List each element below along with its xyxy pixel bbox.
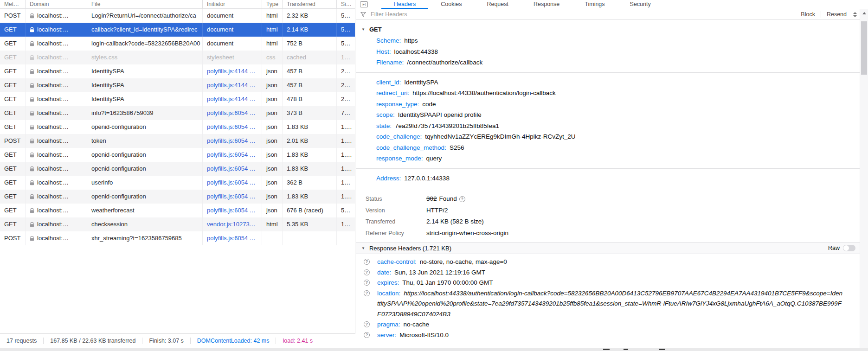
tab-request[interactable]: Request [474,0,521,9]
split-panel-toggle-icon[interactable] [360,1,368,7]
type-cell: html [262,37,283,51]
table-row[interactable]: GET localhost:… login-callback?code=5823… [0,37,355,51]
domain-text: localhost:… [37,9,69,23]
request-method-section-header[interactable]: GET [361,24,860,35]
tab-security[interactable]: Security [617,0,663,9]
method-cell: GET [0,120,26,134]
method-cell: POST [0,134,26,148]
raw-label: Raw [828,245,840,251]
column-header-type[interactable]: Type [262,0,283,8]
column-header-size[interactable]: Si… [337,0,355,8]
table-row[interactable]: POST localhost:… Login?ReturnUrl=/connec… [0,9,355,23]
table-row[interactable]: GET localhost:… weatherforecast polyfill… [0,204,355,217]
header-help-icon[interactable] [364,259,370,265]
tab-headers[interactable]: Headers [381,0,428,9]
table-row[interactable]: GET localhost:… checksession vendor.js:1… [0,217,355,231]
initiator-cell[interactable]: stylesheet [203,51,262,64]
table-row[interactable]: GET localhost:… openid-configuration pol… [0,148,355,162]
header-name: response_type [376,101,419,108]
size-cell: 7… [337,106,355,120]
table-row[interactable]: GET localhost:… openid-configuration pol… [0,162,355,176]
initiator-cell[interactable]: polyfills.js:6054 … [203,231,262,245]
initiator-cell[interactable]: document [203,9,262,23]
table-row[interactable]: GET localhost:… callback?client_id=Ident… [0,23,355,37]
header-value: Thu, 01 Jan 1970 00:00:00 GMT [402,279,493,286]
tab-response[interactable]: Response [521,0,572,9]
header-name: redirect_uri [376,89,409,96]
response-header-row: dateSun, 13 Jun 2021 12:19:16 GMT [361,268,860,278]
domain-cell: localhost:… [26,176,87,190]
table-row[interactable]: POST localhost:… xhr_streaming?t=1623586… [0,231,355,245]
block-button[interactable]: Block [795,11,821,18]
devtools-network-panel: Met… Domain File Initiator Type Transfer… [0,0,868,351]
scrollbar-up-arrow-icon[interactable] [860,9,868,17]
response-headers-section-header[interactable]: Response Headers (1.721 KB) Raw [356,242,860,254]
initiator-cell[interactable]: polyfills.js:6054 … [203,176,262,190]
transferred-cell: 2.32 KB [283,9,337,23]
header-help-icon[interactable] [364,280,370,286]
header-kv-row: code_challenge_methodS256 [361,142,860,153]
column-header-method[interactable]: Met… [0,0,26,8]
scrollbar-thumb[interactable] [861,21,867,75]
domain-text: localhost:… [37,231,69,245]
transferred-cell: 457 B [283,64,337,78]
version-value: HTTP/2 [426,205,448,217]
table-row[interactable]: GET localhost:… IdenttitySPA polyfills.j… [0,92,355,106]
table-row[interactable]: GET localhost:… userinfo polyfills.js:60… [0,176,355,190]
raw-toggle-switch[interactable] [843,245,855,251]
file-cell: IdenttitySPA [87,64,203,78]
domain-cell: localhost:… [26,120,87,134]
table-row[interactable]: GET localhost:… openid-configuration pol… [0,190,355,204]
header-help-icon[interactable] [364,332,370,338]
tab-cookies[interactable]: Cookies [428,0,474,9]
initiator-cell[interactable]: polyfills.js:6054 … [203,120,262,134]
header-kv-row: Schemehttps [361,35,860,46]
domain-cell: localhost:… [26,231,87,245]
type-cell: html [262,217,283,231]
table-row[interactable]: GET localhost:… openid-configuration pol… [0,120,355,134]
column-header-domain[interactable]: Domain [26,0,87,8]
initiator-cell[interactable]: vendor.js:10273… [203,217,262,231]
raw-toggle-group: Raw [828,245,855,251]
table-row[interactable]: GET localhost:… styles.css stylesheet cs… [0,51,355,64]
initiator-cell[interactable]: polyfills.js:6054 … [203,204,262,217]
domain-text: localhost:… [37,92,69,106]
initiator-cell[interactable]: polyfills.js:4144 … [203,78,262,92]
headers-filter-toolbar: Block Resend [356,9,868,20]
type-cell: json [262,204,283,217]
initiator-cell[interactable]: document [203,23,262,37]
initiator-cell[interactable]: document [203,37,262,51]
initiator-cell[interactable]: polyfills.js:6054 … [203,190,262,204]
column-header-file[interactable]: File [87,0,203,8]
header-name: date [377,269,391,276]
table-row[interactable]: GET localhost:… IdenttitySPA polyfills.j… [0,78,355,92]
response-header-rows: cache-controlno-store, no-cache, max-age… [361,256,860,340]
initiator-cell[interactable]: polyfills.js:4144 … [203,64,262,78]
table-row[interactable]: POST localhost:… token polyfills.js:6054… [0,134,355,148]
initiator-cell[interactable]: polyfills.js:6054 … [203,134,262,148]
url-detail-rows: Schemehttps Hostlocalhost:44338 Filename… [361,35,860,68]
tab-timings[interactable]: Timings [572,0,617,9]
header-value: Microsoft-IIS/10.0 [399,332,449,338]
header-help-icon[interactable] [364,290,370,296]
header-help-icon[interactable] [364,321,370,327]
initiator-cell[interactable]: polyfills.js:6054 … [203,162,262,176]
filter-headers-input[interactable] [370,11,795,18]
table-row[interactable]: GET localhost:… IdenttitySPA polyfills.j… [0,64,355,78]
status-help-icon[interactable] [459,196,465,202]
domain-text: localhost:… [37,204,69,217]
table-row[interactable]: GET localhost:… info?t=1623586759039 pol… [0,106,355,120]
size-cell: 1.… [337,120,355,134]
header-help-icon[interactable] [364,269,370,275]
resend-dropdown-icon[interactable] [853,12,857,17]
initiator-cell[interactable]: polyfills.js:4144 … [203,92,262,106]
header-value: https://localhost:44338/authentication/l… [412,89,555,96]
file-cell: xhr_streaming?t=1623586759685 [87,231,203,245]
details-scrollbar[interactable] [860,9,868,351]
column-header-initiator[interactable]: Initiator [203,0,262,8]
initiator-cell[interactable]: polyfills.js:6054 … [203,106,262,120]
resend-button[interactable]: Resend [821,11,852,18]
initiator-cell[interactable]: polyfills.js:6054 … [203,148,262,162]
size-cell: 5… [337,23,355,37]
column-header-transferred[interactable]: Transferred [283,0,337,8]
